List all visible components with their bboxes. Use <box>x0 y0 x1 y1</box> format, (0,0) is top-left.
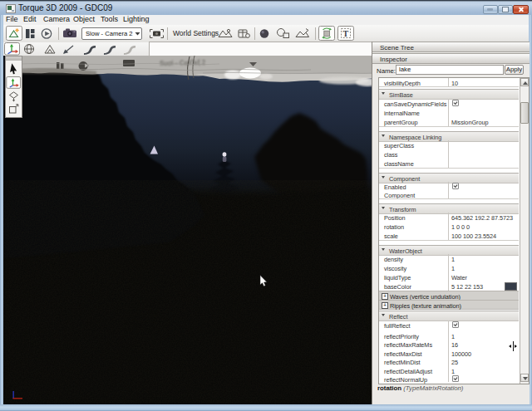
svg-text:World Settings: World Settings <box>173 29 219 37</box>
svg-text:T: T <box>343 29 349 38</box>
svg-text:Slow - Camera 2: Slow - Camera 2 <box>86 30 133 37</box>
svg-text:Sυσί – CαιΠεξ 2: Sυσί – CαιΠεξ 2 <box>160 59 206 67</box>
